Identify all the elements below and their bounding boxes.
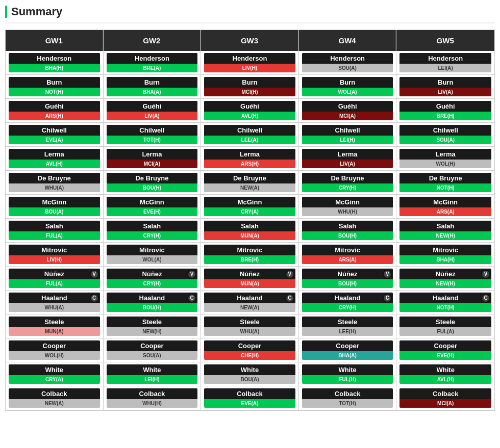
player-name: Chilwell — [399, 125, 491, 136]
player-cell: BurnBHA(A) — [104, 75, 201, 99]
column-header-gw5: GW5 — [396, 30, 494, 51]
fixture-tag: BOU(H) — [107, 303, 198, 312]
player-name: Guéhi — [204, 101, 295, 112]
player-cell: MitrovicWOL(A) — [104, 243, 201, 267]
player-cell: ChilwellLEI(H) — [299, 123, 396, 147]
player-name: Burn — [204, 77, 295, 88]
player-cell: ChilwellSOU(A) — [396, 123, 494, 147]
fixture-tag: FUL(A) — [399, 327, 491, 336]
column-gw5: GW5HendersonLEI(A)BurnLIV(A)GuéhiBRE(H)C… — [396, 30, 494, 410]
player-cell: De BruyneBOU(H) — [104, 171, 201, 195]
fixture-tag: MCI(A) — [302, 112, 393, 120]
fixture-tag: NOT(H) — [399, 303, 491, 312]
player-name: White — [9, 364, 100, 375]
fixture-tag: FUL(A) — [9, 231, 100, 240]
fixture-tag: EVE(H) — [107, 207, 198, 216]
player-cell: MitrovicARS(A) — [299, 243, 396, 267]
player-name: Steele — [9, 317, 100, 327]
fixture-tag: LEI(H) — [107, 375, 198, 384]
player-name: HaalandC — [9, 293, 100, 303]
player-name: Salah — [204, 221, 295, 231]
player-name: Henderson — [399, 53, 491, 64]
vice-captain-badge: V — [187, 270, 196, 279]
player-cell: HendersonBHA(H) — [6, 51, 103, 75]
player-name: Steele — [204, 317, 295, 327]
player-name: Henderson — [107, 53, 198, 64]
player-cell: CooperEVE(H) — [396, 338, 494, 362]
player-name: De Bruyne — [204, 173, 295, 183]
fixture-tag: NOT(H) — [9, 88, 100, 96]
captain-badge: C — [481, 294, 490, 303]
player-name: Burn — [107, 77, 198, 88]
fixture-tag: BRE(A) — [107, 64, 198, 72]
fixture-tag: SOU(A) — [302, 64, 393, 72]
player-name: Burn — [399, 77, 491, 88]
player-cell: McGinnCRY(A) — [201, 195, 298, 219]
captain-badge: C — [383, 294, 392, 303]
player-name: Mitrovic — [107, 245, 198, 255]
column-header-gw2: GW2 — [104, 30, 201, 51]
player-name: Burn — [9, 77, 100, 88]
player-cell: McGinnEVE(H) — [104, 195, 201, 219]
fixture-tag: NEW(A) — [204, 303, 295, 312]
player-name: Mitrovic — [302, 245, 393, 255]
fixture-tag: EVE(H) — [399, 351, 491, 360]
player-cell: BurnNOT(H) — [6, 75, 103, 99]
player-name: Salah — [107, 221, 198, 231]
player-name: Chilwell — [9, 125, 100, 136]
player-cell: SalahNEW(H) — [396, 219, 494, 243]
player-cell: WhiteAVL(H) — [396, 362, 494, 386]
player-cell: CooperSOU(A) — [104, 338, 201, 362]
fixture-tag: EVE(A) — [9, 136, 100, 144]
fixture-tag: FUL(H) — [302, 375, 393, 384]
player-cell: ColbackTOT(H) — [299, 386, 396, 410]
player-cell: NúñezVMUN(A) — [201, 267, 298, 291]
fixture-tag: WHU(H) — [302, 207, 393, 216]
player-cell: McGinnARS(A) — [396, 195, 494, 219]
player-cell: HaalandCWHU(A) — [6, 291, 103, 314]
player-name: NúñezV — [302, 269, 393, 279]
fixture-tag: NEW(H) — [399, 231, 491, 240]
fixture-tag: FUL(A) — [9, 279, 100, 288]
player-name: Colback — [9, 388, 100, 399]
player-name: Salah — [302, 221, 393, 231]
player-name: De Bruyne — [9, 173, 100, 183]
player-name: NúñezV — [399, 269, 491, 279]
fixture-tag: EVE(A) — [204, 399, 295, 408]
player-cell: HendersonBRE(A) — [104, 51, 201, 75]
player-name: Steele — [399, 317, 491, 327]
player-cell: WhiteBOU(A) — [201, 362, 298, 386]
player-cell: ChilwellLEE(A) — [201, 123, 298, 147]
accent-bar — [5, 6, 7, 18]
vice-captain-badge: V — [383, 270, 392, 279]
player-cell: BurnLIV(A) — [396, 75, 494, 99]
fixture-tag: MCI(H) — [204, 88, 295, 96]
player-cell: De BruyneCRY(H) — [299, 171, 396, 195]
vice-captain-badge: V — [285, 270, 294, 279]
player-name: McGinn — [204, 197, 295, 207]
fixture-tag: NEW(H) — [399, 279, 491, 288]
player-cell: HaalandCCRY(H) — [299, 291, 396, 314]
player-name: McGinn — [9, 197, 100, 207]
player-name: Cooper — [399, 340, 491, 351]
player-name: White — [302, 364, 393, 375]
player-cell: SalahBOU(H) — [299, 219, 396, 243]
player-cell: CooperWOL(H) — [6, 338, 103, 362]
fixture-tag: AVL(H) — [399, 375, 491, 384]
fixture-tag: MUN(A) — [204, 231, 295, 240]
captain-badge: C — [285, 294, 294, 303]
player-name: De Bruyne — [302, 173, 393, 183]
fixture-tag: ARS(A) — [399, 207, 491, 216]
player-cell: SalahMUN(A) — [201, 219, 298, 243]
captain-badge: C — [187, 294, 196, 303]
fixture-tag: LIV(A) — [302, 160, 393, 168]
player-cell: SteeleWHU(A) — [201, 314, 298, 338]
player-cell: ColbackMCI(A) — [396, 386, 494, 410]
fixture-tag: NOT(H) — [399, 183, 491, 192]
player-cell: NúñezVBOU(H) — [299, 267, 396, 291]
player-name: NúñezV — [107, 269, 198, 279]
player-cell: ChilwellTOT(H) — [104, 123, 201, 147]
player-cell: McGinnWHU(H) — [299, 195, 396, 219]
fixture-tag: WHU(A) — [9, 303, 100, 312]
player-name: Mitrovic — [9, 245, 100, 255]
